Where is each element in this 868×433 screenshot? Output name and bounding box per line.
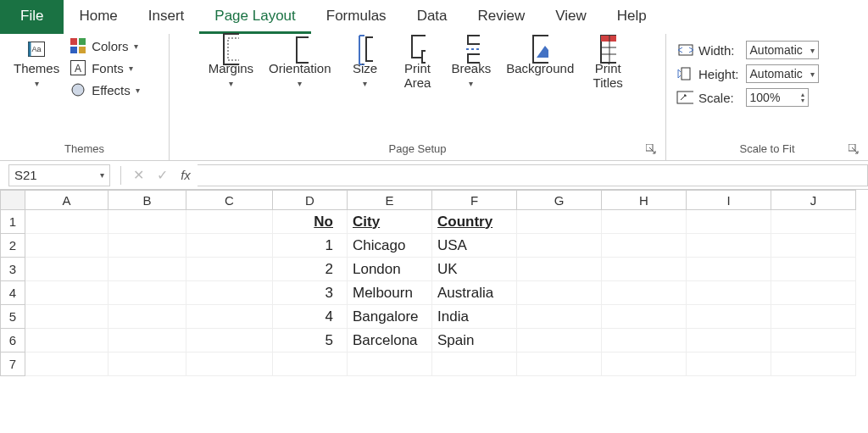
cell-G3[interactable] bbox=[517, 258, 602, 281]
cell-C6[interactable] bbox=[186, 329, 273, 353]
enter-formula-button[interactable]: ✓ bbox=[150, 164, 174, 186]
cell-A2[interactable] bbox=[25, 234, 108, 258]
cell-I4[interactable] bbox=[687, 281, 771, 305]
cell-D3[interactable]: 2 bbox=[273, 258, 348, 281]
cell-J2[interactable] bbox=[771, 234, 856, 258]
cell-D6[interactable]: 5 bbox=[273, 329, 348, 353]
tab-data[interactable]: Data bbox=[402, 0, 463, 34]
cell-J6[interactable] bbox=[771, 329, 856, 353]
cell-E5[interactable]: Bangalore bbox=[348, 305, 432, 329]
cell-F4[interactable]: Australia bbox=[432, 281, 517, 305]
column-header-G[interactable]: G bbox=[517, 190, 602, 210]
row-header-2[interactable]: 2 bbox=[0, 234, 25, 258]
column-header-H[interactable]: H bbox=[602, 190, 687, 210]
cell-E6[interactable]: Barcelona bbox=[348, 329, 432, 353]
cell-E4[interactable]: Melbourn bbox=[348, 281, 432, 305]
cell-H2[interactable] bbox=[602, 234, 687, 258]
height-select[interactable]: Automatic▾ bbox=[746, 64, 819, 83]
cell-B6[interactable] bbox=[108, 329, 186, 353]
cell-J5[interactable] bbox=[771, 305, 856, 329]
tab-help[interactable]: Help bbox=[602, 0, 662, 34]
cell-J7[interactable] bbox=[771, 353, 856, 376]
fx-button[interactable]: fx bbox=[174, 164, 198, 186]
tab-file[interactable]: File bbox=[0, 0, 64, 34]
cell-C4[interactable] bbox=[186, 281, 273, 305]
row-header-4[interactable]: 4 bbox=[0, 281, 25, 305]
cell-G5[interactable] bbox=[517, 305, 602, 329]
row-header-1[interactable]: 1 bbox=[0, 210, 25, 234]
cell-G2[interactable] bbox=[517, 234, 602, 258]
cell-A5[interactable] bbox=[25, 305, 108, 329]
cell-J4[interactable] bbox=[771, 281, 856, 305]
cell-J1[interactable] bbox=[771, 210, 856, 234]
cell-J3[interactable] bbox=[771, 258, 856, 281]
cell-A1[interactable] bbox=[25, 210, 108, 234]
scale-launcher[interactable] bbox=[848, 143, 860, 155]
cell-C1[interactable] bbox=[186, 210, 273, 234]
cell-B1[interactable] bbox=[108, 210, 186, 234]
row-header-6[interactable]: 6 bbox=[0, 329, 25, 353]
breaks-button[interactable]: Breaks ▾ bbox=[444, 37, 498, 92]
cell-D4[interactable]: 3 bbox=[273, 281, 348, 305]
cell-I6[interactable] bbox=[687, 329, 771, 353]
cell-D2[interactable]: 1 bbox=[273, 234, 348, 258]
cell-D1[interactable]: No bbox=[273, 210, 348, 234]
cell-H7[interactable] bbox=[602, 353, 687, 376]
tab-review[interactable]: Review bbox=[463, 0, 541, 34]
cell-G7[interactable] bbox=[517, 353, 602, 376]
cell-F6[interactable]: Spain bbox=[432, 329, 517, 353]
column-header-I[interactable]: I bbox=[687, 190, 771, 210]
tab-insert[interactable]: Insert bbox=[133, 0, 200, 34]
cell-H1[interactable] bbox=[602, 210, 687, 234]
cell-G1[interactable] bbox=[517, 210, 602, 234]
cell-A7[interactable] bbox=[25, 353, 108, 376]
column-header-D[interactable]: D bbox=[273, 190, 348, 210]
cell-H5[interactable] bbox=[602, 305, 687, 329]
fonts-button[interactable]: A Fonts ▾ bbox=[70, 59, 140, 76]
column-header-B[interactable]: B bbox=[108, 190, 186, 210]
cell-D5[interactable]: 4 bbox=[273, 305, 348, 329]
cell-C2[interactable] bbox=[186, 234, 273, 258]
scale-spinner[interactable]: 100%▴▾ bbox=[746, 88, 809, 107]
cancel-formula-button[interactable]: ✕ bbox=[126, 164, 150, 186]
cell-B5[interactable] bbox=[108, 305, 186, 329]
cell-I1[interactable] bbox=[687, 210, 771, 234]
cell-E2[interactable]: Chicago bbox=[348, 234, 432, 258]
row-header-7[interactable]: 7 bbox=[0, 353, 25, 376]
size-button[interactable]: Size ▾ bbox=[339, 37, 390, 92]
orientation-button[interactable]: Orientation ▾ bbox=[262, 37, 337, 92]
cell-B4[interactable] bbox=[108, 281, 186, 305]
cell-G6[interactable] bbox=[517, 329, 602, 353]
cell-C7[interactable] bbox=[186, 353, 273, 376]
cell-C5[interactable] bbox=[186, 305, 273, 329]
print-area-button[interactable]: Print Area bbox=[392, 37, 442, 93]
cell-B2[interactable] bbox=[108, 234, 186, 258]
cell-E7[interactable] bbox=[348, 353, 432, 376]
column-header-C[interactable]: C bbox=[186, 190, 273, 210]
cell-F3[interactable]: UK bbox=[432, 258, 517, 281]
tab-page-layout[interactable]: Page Layout bbox=[199, 0, 310, 34]
cell-D7[interactable] bbox=[273, 353, 348, 376]
cell-E1[interactable]: City bbox=[348, 210, 432, 234]
effects-button[interactable]: Effects ▾ bbox=[70, 81, 140, 98]
colors-button[interactable]: Colors ▾ bbox=[70, 37, 140, 54]
tab-formulas[interactable]: Formulas bbox=[311, 0, 402, 34]
cell-C3[interactable] bbox=[186, 258, 273, 281]
width-select[interactable]: Automatic▾ bbox=[746, 41, 819, 59]
cell-H3[interactable] bbox=[602, 258, 687, 281]
cell-A3[interactable] bbox=[25, 258, 108, 281]
row-header-3[interactable]: 3 bbox=[0, 258, 25, 281]
cell-F5[interactable]: India bbox=[432, 305, 517, 329]
name-box[interactable]: S21 ▾ bbox=[8, 164, 110, 186]
cell-B3[interactable] bbox=[108, 258, 186, 281]
page-setup-launcher[interactable] bbox=[645, 143, 657, 155]
column-header-A[interactable]: A bbox=[25, 190, 108, 210]
column-header-F[interactable]: F bbox=[432, 190, 517, 210]
cell-F2[interactable]: USA bbox=[432, 234, 517, 258]
row-header-5[interactable]: 5 bbox=[0, 305, 25, 329]
margins-button[interactable]: Margins ▾ bbox=[202, 37, 260, 92]
select-all-corner[interactable] bbox=[0, 190, 25, 210]
cell-A6[interactable] bbox=[25, 329, 108, 353]
cell-I2[interactable] bbox=[687, 234, 771, 258]
themes-button[interactable]: Aa Themes ▾ bbox=[7, 37, 66, 92]
